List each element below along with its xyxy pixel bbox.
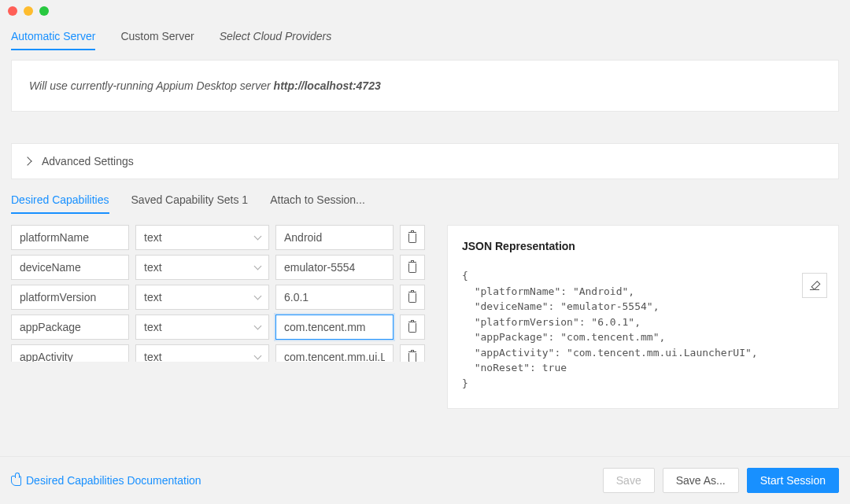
chevron-down-icon <box>254 263 262 270</box>
window-close-button[interactable] <box>8 6 17 16</box>
capability-type-label: text <box>144 261 162 274</box>
capability-value-input[interactable] <box>275 225 394 250</box>
server-tabs: Automatic Server Custom Server Select Cl… <box>0 22 850 50</box>
capability-type-select[interactable]: text <box>135 225 269 250</box>
advanced-settings-toggle[interactable]: Advanced Settings <box>11 143 839 179</box>
capability-row: text <box>11 285 434 310</box>
capability-value-input[interactable] <box>275 344 394 362</box>
capability-name-input[interactable] <box>11 315 129 340</box>
tab-desired-capabilities[interactable]: Desired Capabilities <box>11 193 109 214</box>
delete-capability-button[interactable] <box>400 225 425 250</box>
capability-row: text <box>11 255 434 280</box>
chevron-down-icon <box>254 352 262 360</box>
capability-type-select[interactable]: text <box>135 255 269 280</box>
thumbs-up-icon <box>11 476 21 486</box>
capability-row: text <box>11 315 434 340</box>
trash-icon <box>408 262 417 273</box>
tab-attach-session[interactable]: Attach to Session... <box>270 193 365 214</box>
json-title: JSON Representation <box>462 240 824 252</box>
capability-type-label: text <box>144 351 162 362</box>
capability-row: text <box>11 344 434 362</box>
capability-type-select[interactable]: text <box>135 344 269 362</box>
advanced-settings-label: Advanced Settings <box>42 155 134 167</box>
server-info-text: Will use currently-running Appium Deskto… <box>29 79 274 92</box>
server-url: http://localhost:4723 <box>274 79 381 92</box>
delete-capability-button[interactable] <box>400 285 425 310</box>
capability-type-label: text <box>144 231 162 244</box>
delete-capability-button[interactable] <box>400 255 425 280</box>
delete-capability-button[interactable] <box>400 315 425 340</box>
window-titlebar <box>0 0 850 22</box>
doc-link[interactable]: Desired Capabilities Documentation <box>11 474 201 487</box>
capability-value-input[interactable] <box>275 255 394 280</box>
pencil-icon <box>810 281 819 290</box>
save-button[interactable]: Save <box>603 468 655 493</box>
capability-value-input[interactable] <box>275 315 394 340</box>
json-body: { "platformName": "Android", "deviceName… <box>462 268 824 391</box>
trash-icon <box>408 232 417 243</box>
capability-name-input[interactable] <box>11 344 129 362</box>
chevron-down-icon <box>254 322 262 330</box>
capability-type-label: text <box>144 291 162 304</box>
server-info-box: Will use currently-running Appium Deskto… <box>11 60 839 112</box>
trash-icon <box>408 322 417 333</box>
trash-icon <box>408 351 417 362</box>
capability-value-input[interactable] <box>275 285 394 310</box>
capability-type-select[interactable]: text <box>135 285 269 310</box>
doc-link-label: Desired Capabilities Documentation <box>26 474 201 487</box>
chevron-down-icon <box>254 233 262 241</box>
chevron-right-icon <box>23 156 31 165</box>
tab-custom-server[interactable]: Custom Server <box>120 30 194 50</box>
capability-name-input[interactable] <box>11 255 129 280</box>
start-session-button[interactable]: Start Session <box>747 468 839 493</box>
edit-json-button[interactable] <box>802 273 827 298</box>
capability-name-input[interactable] <box>11 225 129 250</box>
capability-row: text <box>11 225 434 250</box>
capability-type-label: text <box>144 321 162 333</box>
save-as-button[interactable]: Save As... <box>663 468 739 493</box>
capability-type-select[interactable]: text <box>135 315 269 340</box>
tab-cloud-providers[interactable]: Select Cloud Providers <box>220 30 331 50</box>
delete-capability-button[interactable] <box>400 344 425 362</box>
footer-bar: Desired Capabilities Documentation Save … <box>0 456 850 504</box>
window-maximize-button[interactable] <box>39 6 49 16</box>
capability-tabs: Desired Capabilities Saved Capability Se… <box>0 179 850 214</box>
tab-automatic-server[interactable]: Automatic Server <box>11 30 95 50</box>
capability-name-input[interactable] <box>11 285 129 310</box>
trash-icon <box>408 292 417 303</box>
capabilities-editor: texttexttexttexttext <box>11 225 434 409</box>
tab-saved-sets[interactable]: Saved Capability Sets 1 <box>131 193 249 214</box>
window-minimize-button[interactable] <box>24 6 33 16</box>
chevron-down-icon <box>254 292 262 300</box>
json-representation-panel: JSON Representation { "platformName": "A… <box>447 225 839 409</box>
